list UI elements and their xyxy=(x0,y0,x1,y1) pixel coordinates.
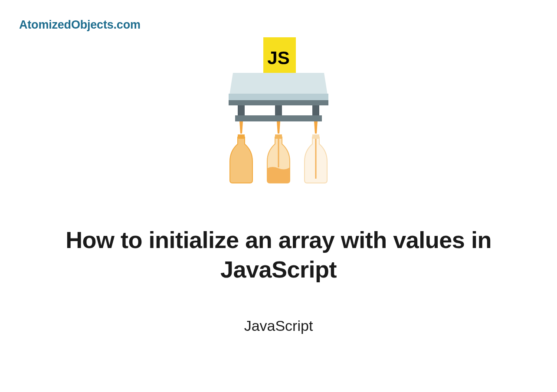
js-badge-text: JS xyxy=(267,48,289,68)
bottle-half-icon xyxy=(267,134,290,183)
article-category: JavaScript xyxy=(0,317,557,334)
bottle-full-icon xyxy=(230,134,252,183)
page-root: AtomizedObjects.com JS xyxy=(0,0,557,392)
svg-rect-2 xyxy=(229,100,328,105)
article-title: How to initialize an array with values i… xyxy=(0,225,557,284)
site-name[interactable]: AtomizedObjects.com xyxy=(19,18,141,32)
svg-rect-7 xyxy=(238,134,245,139)
factory-machine-icon: JS xyxy=(218,37,339,185)
svg-rect-10 xyxy=(312,134,319,139)
svg-rect-8 xyxy=(275,134,282,139)
bottle-empty-icon xyxy=(305,134,327,183)
svg-rect-6 xyxy=(235,115,322,121)
